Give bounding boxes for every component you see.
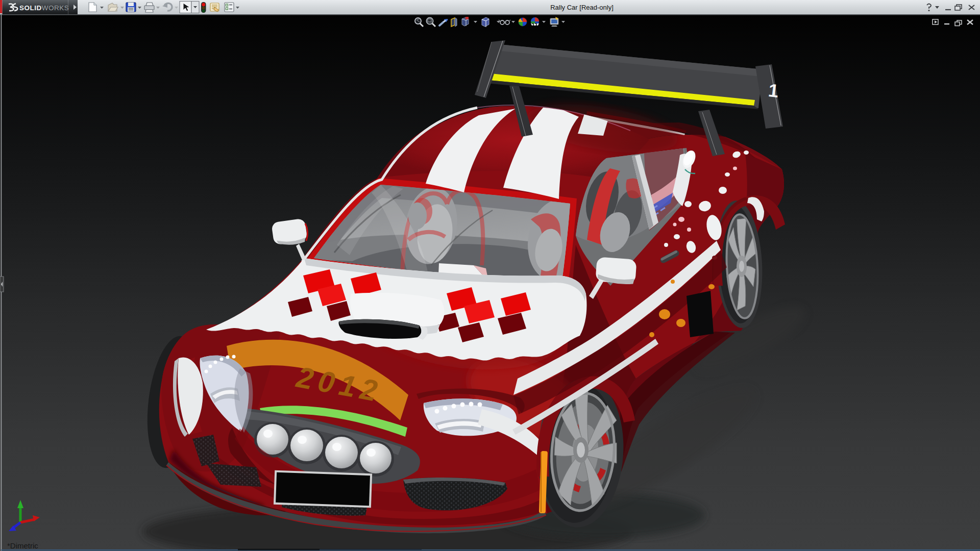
svg-text:*Dimetric: *Dimetric <box>7 541 38 550</box>
svg-text:Rally Car [Read-only]: Rally Car [Read-only] <box>550 4 614 11</box>
svg-text:SOLIDWORKS: SOLIDWORKS <box>19 4 69 12</box>
